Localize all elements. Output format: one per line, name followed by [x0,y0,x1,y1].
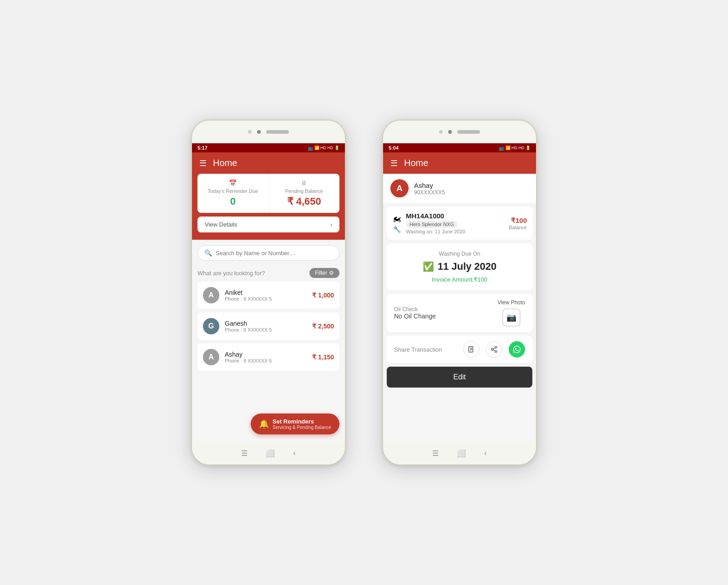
status-icons-1: 📺 📶 HD HD 🔋 [308,146,340,151]
phone-screen-2: 5:04 📺 📶 HD HD 🔋 ☰ Home A Ashay 90XXXXXX… [383,143,536,442]
status-bar-2: 5:04 📺 📶 HD HD 🔋 [383,143,536,152]
app-header-1: ☰ Home [192,152,345,174]
customer-amount-ashay: ₹ 1,150 [312,353,334,361]
search-icon: 🔍 [204,249,212,257]
home-title-1: Home [213,158,237,168]
due-card: Washing Due On ✅ 11 July 2020 Invoice Am… [387,243,532,290]
reminder-icon: 📅 [203,179,263,187]
phone-screen-1: 5:17 📺 📶 HD HD 🔋 ☰ Home 📅 Today's Remind… [192,143,345,442]
phone-dot-1 [248,130,252,134]
phone-1: 5:17 📺 📶 HD HD 🔋 ☰ Home 📅 Today's Remind… [191,120,346,465]
user-name: Ashay [414,182,445,189]
balance-label: Pending Balance [274,188,334,194]
search-section: 🔍 [192,240,345,266]
share-label: Share Transaction [394,346,442,353]
nav-back-icon[interactable]: ‹ [293,449,295,457]
status-time-1: 5:17 [197,145,207,151]
filter-row: What are you looking for? Filter ⚙ [192,266,345,282]
share-icon[interactable] [486,341,502,358]
set-reminders-fab[interactable]: 🔔 Set Reminders Servicing & Pending Bala… [251,414,339,434]
content-area-2: A Ashay 90XXXXXX5 🏍 🔧 MH14A1000 Hero Spl… [383,174,536,442]
tools-icon: 🔧 [393,226,401,233]
home-title-2: Home [404,158,428,168]
vehicle-card[interactable]: 🏍 🔧 MH14A1000 Hero Splendor NXG Washing … [387,207,532,240]
svg-point-2 [491,348,493,350]
phone-2: 5:04 📺 📶 HD HD 🔋 ☰ Home A Ashay 90XXXXXX… [382,120,537,465]
user-avatar: A [390,179,409,197]
filter-question: What are you looking for? [197,270,265,277]
customer-item-ganesh[interactable]: G Ganesh Phone : 9 XXXXXX 5 ₹ 2,500 [197,313,339,340]
green-check-icon: ✅ [423,261,434,272]
nav-menu-icon[interactable]: ☰ [241,449,248,458]
customer-item-ashay[interactable]: A Ashay Phone : 9 XXXXXX 5 ₹ 1,150 [197,343,339,371]
customer-phone-ganesh: Phone : 9 XXXXXX 5 [225,327,307,333]
vehicle-details: MH14A1000 Hero Splendor NXG Washing on: … [406,212,504,234]
balance-stat-box: 🖥 Pending Balance ₹ 4,650 [269,174,340,213]
reminder-stat-box: 📅 Today's Reminder Due 0 [197,174,269,213]
oil-check-value: No Oil Change [394,313,436,320]
view-photo-label: View Photo [498,299,526,306]
bell-icon: 🔔 [259,419,269,429]
balance-value: ₹ 4,650 [274,196,334,207]
nav-menu-icon-2[interactable]: ☰ [432,449,439,458]
avatar-aniket: A [203,287,219,303]
svg-point-3 [495,351,497,353]
nav-home-icon-2[interactable]: ⬜ [457,449,466,458]
status-icons-2: 📺 📶 HD HD 🔋 [499,146,531,151]
whatsapp-icon[interactable] [509,341,525,358]
pdf-share-icon[interactable] [463,341,480,358]
customer-info-aniket: Aniket Phone : 9 XXXXXX 5 [225,289,307,302]
reminder-label: Today's Reminder Due [203,188,263,194]
nav-home-icon[interactable]: ⬜ [266,449,275,458]
customer-item-aniket[interactable]: A Aniket Phone : 9 XXXXXX 5 ₹ 1,000 [197,282,339,309]
customer-amount-aniket: ₹ 1,000 [312,292,334,299]
camera-icon[interactable]: 📷 [502,308,521,327]
vehicle-number: MH14A1000 [406,212,504,220]
invoice-row: Invoice Amount:₹100 [394,276,525,283]
phone-speaker-2 [457,130,480,134]
user-profile-row: A Ashay 90XXXXXX5 [383,174,536,203]
phone-dot-2 [439,130,443,134]
fab-sub-label: Servicing & Pending Balance [273,425,331,430]
customer-list: A Aniket Phone : 9 XXXXXX 5 ₹ 1,000 G Ga… [192,282,345,371]
fab-main-label: Set Reminders [273,418,331,425]
phone-bottom-2: ☰ ⬜ ‹ [383,442,536,464]
filter-button[interactable]: Filter ⚙ [309,268,339,278]
app-header-2: ☰ Home [383,152,536,174]
oil-check-label: Oil Check [394,306,436,313]
customer-phone-ashay: Phone : 9 XXXXXX 5 [225,358,307,363]
due-label: Washing Due On [394,251,525,257]
status-bar-1: 5:17 📺 📶 HD HD 🔋 [192,143,345,152]
vehicle-balance: ₹100 Balance [509,217,527,230]
dashboard-card: 📅 Today's Reminder Due 0 🖥 Pending Balan… [192,174,345,240]
hamburger-icon-1[interactable]: ☰ [199,158,207,168]
share-icons-row [463,341,525,358]
content-area-1: 📅 Today's Reminder Due 0 🖥 Pending Balan… [192,174,345,442]
oil-check-card: Oil Check No Oil Change View Photo 📷 [387,294,532,332]
balance-icon: 🖥 [274,179,334,187]
search-bar[interactable]: 🔍 [197,245,339,261]
hamburger-icon-2[interactable]: ☰ [390,158,398,168]
share-transaction-card: Share Transaction [387,336,532,363]
customer-info-ganesh: Ganesh Phone : 9 XXXXXX 5 [225,320,307,333]
due-date: 11 July 2020 [438,261,497,272]
svg-line-5 [493,348,495,349]
vehicle-icon-block: 🏍 🔧 [392,213,401,233]
balance-label-text: Balance [509,225,527,230]
oil-info: Oil Check No Oil Change [394,306,436,320]
edit-button[interactable]: Edit [387,367,532,388]
view-photo-col: View Photo 📷 [498,299,526,327]
vehicle-service: Washing on: 11 June 2020 [406,229,504,234]
phone-camera-2 [448,130,452,134]
nav-back-icon-2[interactable]: ‹ [484,449,486,457]
vehicle-model-badge: Hero Splendor NXG [406,221,458,228]
customer-name-ganesh: Ganesh [225,320,307,327]
avatar-ganesh: G [203,318,219,334]
reminder-value: 0 [203,196,263,207]
phone-top-1 [192,121,345,143]
phone-top-2 [383,121,536,143]
view-details-btn[interactable]: View Details › [197,217,339,232]
phone-camera-1 [257,130,261,134]
svg-point-1 [495,346,497,348]
search-input[interactable] [216,250,333,257]
